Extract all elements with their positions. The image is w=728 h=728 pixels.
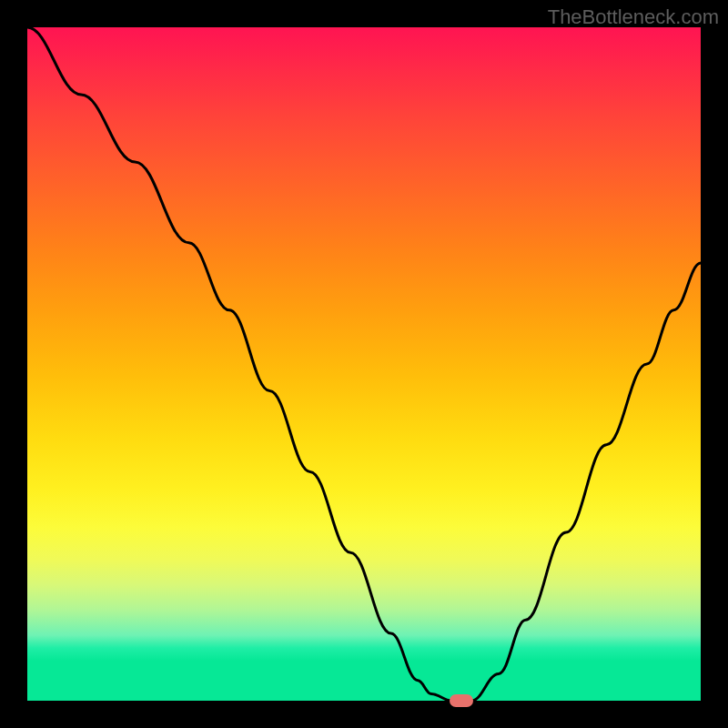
chart-plot-area	[27, 27, 701, 701]
watermark-text: TheBottleneck.com	[548, 5, 719, 29]
chart-line-svg	[27, 27, 701, 701]
chart-line-path	[27, 27, 701, 701]
chart-min-marker	[450, 694, 473, 707]
